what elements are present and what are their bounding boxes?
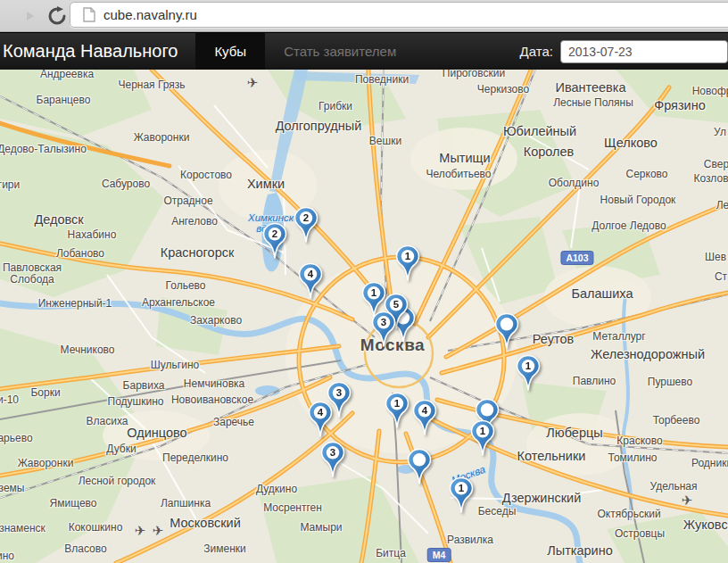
forward-arrow-icon [14, 9, 36, 23]
map-pin[interactable]: 1 [515, 354, 542, 392]
map-pin[interactable]: 4 [411, 399, 438, 436]
brand-title[interactable]: Команда Навального [0, 41, 178, 62]
svg-text:1: 1 [405, 251, 411, 261]
date-label: Дата: [520, 44, 553, 59]
svg-text:2: 2 [303, 212, 309, 223]
site-navbar: Команда Навального Кубы Стать заявителем… [0, 32, 728, 70]
svg-text:1: 1 [459, 483, 465, 493]
svg-text:4: 4 [422, 405, 428, 416]
svg-text:1: 1 [394, 398, 401, 409]
date-input[interactable] [560, 40, 728, 63]
map-pin[interactable]: 4 [297, 262, 324, 300]
svg-text:1: 1 [480, 426, 486, 436]
reload-button[interactable] [45, 4, 70, 29]
map-pin[interactable] [493, 312, 520, 350]
svg-text:3: 3 [381, 317, 386, 327]
browser-chrome: cube.navalny.ru [0, 0, 728, 32]
svg-text:4: 4 [318, 407, 324, 418]
svg-text:1: 1 [371, 287, 377, 298]
page-icon [83, 7, 95, 22]
nav-item-cubes[interactable]: Кубы [195, 33, 265, 70]
map-pin[interactable]: 1 [448, 476, 475, 514]
svg-text:5: 5 [393, 299, 400, 310]
svg-text:1: 1 [525, 360, 532, 371]
svg-text:3: 3 [330, 447, 335, 458]
map-pin[interactable]: 3 [370, 310, 397, 348]
svg-text:4: 4 [308, 269, 314, 279]
url-bar[interactable]: cube.navalny.ru [70, 2, 728, 28]
forward-button[interactable] [12, 4, 37, 29]
url-text: cube.navalny.ru [103, 7, 197, 22]
map-pin[interactable]: 1 [469, 419, 496, 457]
svg-text:3: 3 [336, 387, 342, 398]
map-pin[interactable]: 1 [384, 392, 410, 429]
map-pin[interactable]: 2 [261, 222, 288, 260]
map-pin[interactable]: 2 [293, 206, 319, 244]
nav-item-apply[interactable]: Стать заявителем [265, 33, 415, 70]
map-pin[interactable]: 4 [307, 401, 334, 438]
map-pin[interactable]: 1 [394, 244, 421, 282]
svg-text:2: 2 [272, 228, 277, 239]
date-control: Дата: [520, 40, 728, 63]
map-pin[interactable] [406, 448, 433, 485]
map[interactable]: МоскваХимкиДолгопрудныйМытищиКоролевЮбил… [0, 70, 728, 563]
map-pin[interactable]: 3 [319, 441, 346, 478]
reload-icon [47, 6, 67, 26]
